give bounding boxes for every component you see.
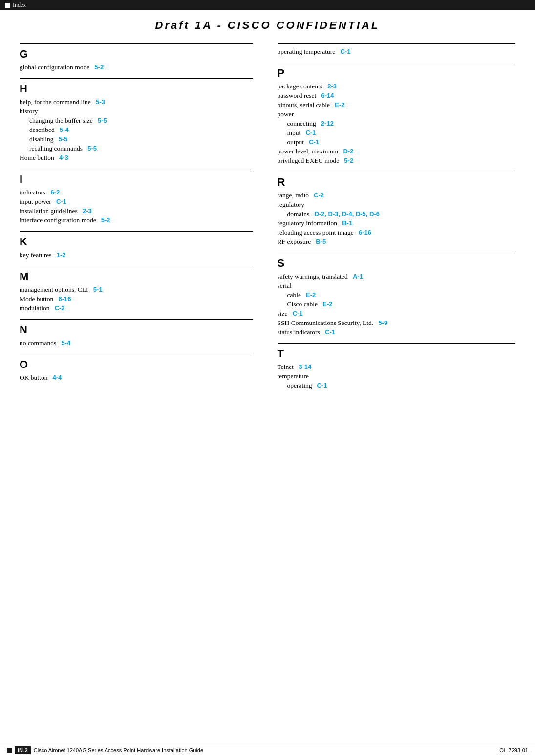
divider-p — [278, 63, 516, 63]
list-item: Mode button 6-16 — [20, 295, 253, 303]
letter-r: R — [278, 176, 516, 189]
top-bar: Index — [0, 0, 535, 10]
list-item: Home button 4-3 — [20, 154, 253, 162]
letter-s: S — [278, 257, 516, 270]
divider-g — [20, 43, 253, 44]
letter-t: T — [278, 347, 516, 360]
letter-o: O — [20, 358, 253, 371]
list-item: serial — [278, 282, 516, 290]
letter-m: M — [20, 270, 253, 283]
list-item: package contents 2-3 — [278, 83, 516, 90]
list-item: operating temperature C-1 — [278, 48, 516, 56]
list-item: power level, maximum D-2 — [278, 148, 516, 155]
letter-n: N — [20, 324, 253, 336]
list-item: recalling commands 5-5 — [29, 145, 253, 152]
list-item: interface configuration mode 5-2 — [20, 216, 253, 224]
list-item: range, radio C-2 — [278, 192, 516, 199]
bottom-square — [7, 748, 12, 753]
right-column: operating temperature C-1 P package cont… — [268, 37, 516, 391]
divider-r — [278, 172, 516, 172]
list-item: privileged EXEC mode 5-2 — [278, 157, 516, 165]
list-item: history — [20, 108, 253, 115]
list-item: Cisco cable E-2 — [287, 301, 516, 308]
divider-i — [20, 169, 253, 169]
list-item: Telnet 3-14 — [278, 363, 516, 371]
list-item: size C-1 — [278, 310, 516, 318]
list-item: input power C-1 — [20, 198, 253, 206]
list-item: modulation C-2 — [20, 304, 253, 312]
list-item: output C-1 — [287, 138, 516, 146]
left-column: G global configuration mode 5-2 H help, … — [20, 37, 268, 391]
list-item: disabling 5-5 — [29, 135, 253, 143]
in2-badge: IN-2 — [15, 746, 31, 754]
list-item: key features 1-2 — [20, 251, 253, 259]
footer-doc-number: OL-7293-01 — [499, 747, 528, 753]
page-header: Draft 1A - CISCO CONFIDENTIAL — [0, 10, 535, 37]
top-bar-label: Index — [13, 1, 26, 9]
list-item: SSH Communications Security, Ltd. 5-9 — [278, 319, 516, 327]
divider-h — [20, 78, 253, 79]
list-item: OK button 4-4 — [20, 374, 253, 382]
list-item: global configuration mode 5-2 — [20, 64, 253, 71]
list-item: pinouts, serial cable E-2 — [278, 101, 516, 109]
list-item: RF exposure B-5 — [278, 238, 516, 246]
list-item: regulatory information B-1 — [278, 219, 516, 227]
divider-m — [20, 266, 253, 266]
list-item: cable E-2 — [287, 291, 516, 299]
letter-g: G — [20, 48, 253, 61]
letter-h: H — [20, 83, 253, 95]
list-item: installation guidelines 2-3 — [20, 207, 253, 215]
list-item: described 5-4 — [29, 126, 253, 134]
divider-o-right — [278, 43, 516, 44]
list-item: indicators 6-2 — [20, 189, 253, 196]
list-item: connecting 2-12 — [287, 120, 516, 128]
list-item: input C-1 — [287, 129, 516, 137]
divider-k — [20, 231, 253, 232]
list-item: domains D-2, D-3, D-4, D-5, D-6 — [287, 210, 516, 218]
list-item: management options, CLI 5-1 — [20, 286, 253, 294]
list-item: regulatory — [278, 201, 516, 209]
top-bar-square — [5, 3, 10, 8]
list-item: password reset 6-14 — [278, 92, 516, 100]
footer-left: IN-2 Cisco Aironet 1240AG Series Access … — [7, 746, 203, 754]
letter-p: P — [278, 67, 516, 80]
list-item: help, for the command line 5-3 — [20, 98, 253, 106]
footer-book-title: Cisco Aironet 1240AG Series Access Point… — [34, 747, 203, 753]
bottom-bar: IN-2 Cisco Aironet 1240AG Series Access … — [0, 744, 535, 756]
list-item: temperature — [278, 372, 516, 380]
list-item: status indicators C-1 — [278, 328, 516, 336]
divider-t — [278, 343, 516, 344]
divider-o — [20, 354, 253, 354]
divider-s — [278, 253, 516, 253]
list-item: power — [278, 110, 516, 118]
divider-n — [20, 319, 253, 320]
list-item: safety warnings, translated A-1 — [278, 273, 516, 281]
list-item: operating C-1 — [287, 382, 516, 389]
letter-i: I — [20, 173, 253, 186]
letter-k: K — [20, 236, 253, 248]
list-item: no commands 5-4 — [20, 339, 253, 347]
list-item: changing the buffer size 5-5 — [29, 117, 253, 125]
list-item: reloading access point image 6-16 — [278, 229, 516, 237]
